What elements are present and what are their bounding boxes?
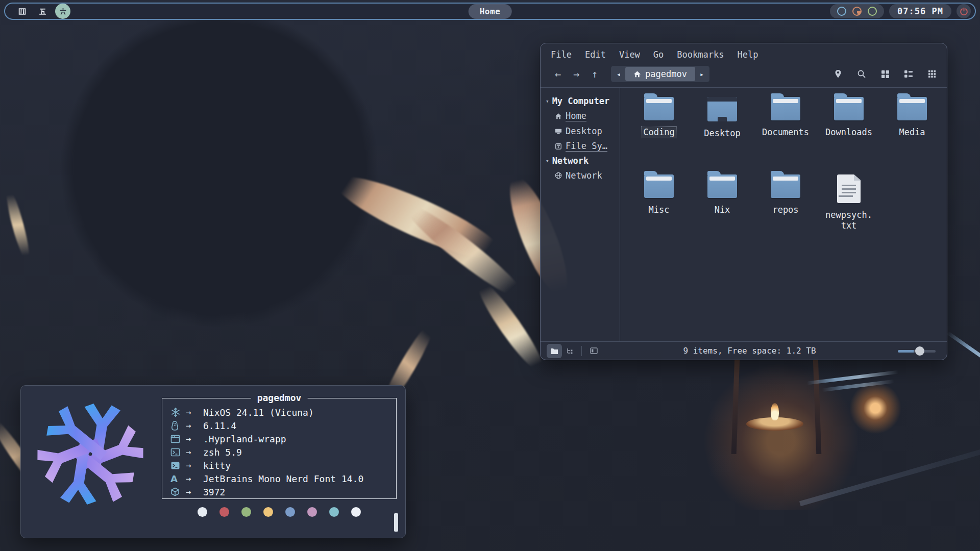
folder-icon (897, 97, 927, 120)
file-item-documents[interactable]: Documents (755, 97, 816, 174)
file-label: Documents (760, 127, 811, 138)
bar-right-cluster: 07:56 PM (830, 4, 971, 18)
forward-button[interactable]: → (567, 68, 585, 80)
breadcrumb: ◂ pagedmov ▸ (611, 66, 709, 82)
menu-view[interactable]: View (619, 49, 640, 60)
icon-view-button[interactable] (878, 67, 892, 81)
compact-view-icon (928, 70, 936, 78)
arrow-icon: → (186, 460, 203, 470)
breadcrumb-segment-home[interactable]: pagedmov (625, 67, 695, 81)
palette-dot-green (241, 507, 251, 517)
arrow-icon: → (186, 487, 203, 497)
location-button[interactable] (831, 67, 845, 81)
font-icon: A (170, 473, 178, 484)
globe-icon (555, 172, 562, 179)
sidebar-section-my-computer[interactable]: ▾ My Computer (545, 94, 616, 108)
file-item-repos[interactable]: repos (755, 174, 816, 252)
sidebar-item-desktop[interactable]: Desktop (545, 123, 616, 138)
menu-file[interactable]: File (551, 49, 572, 60)
workspace-4-button[interactable] (14, 4, 30, 19)
sidebar-item-home[interactable]: Home (545, 108, 616, 123)
palette-dot-yellow (263, 507, 273, 517)
workspace-6-button[interactable] (55, 4, 70, 19)
icon-pane-toggle-button[interactable] (547, 344, 562, 358)
breadcrumb-back-chevron[interactable]: ◂ (612, 70, 625, 78)
window-manager-icon (170, 435, 180, 443)
active-window-title: Home (469, 4, 512, 19)
folder-icon (771, 174, 800, 198)
palette-dot-bright-white (351, 507, 361, 517)
fetch-value-os: NixOS 24.11 (Vicuna) (203, 407, 314, 418)
package-icon (170, 487, 180, 496)
sidebar-item-network[interactable]: Network (545, 168, 616, 183)
fetch-row-wm: → .Hyprland-wrapp (170, 432, 396, 445)
toolbar: ← → ↑ ◂ pagedmov ▸ (541, 63, 947, 87)
compact-view-button[interactable] (925, 67, 939, 81)
fetch-value-kernel: 6.11.4 (203, 420, 236, 431)
status-bar: Home 07:56 PM (4, 3, 976, 20)
workspace-5-button[interactable] (35, 4, 50, 19)
file-item-desktop[interactable]: Desktop (692, 97, 752, 174)
tray-circle-orange-icon (852, 7, 862, 16)
zoom-slider[interactable] (898, 346, 936, 356)
kanji-four-icon (18, 7, 27, 16)
hair-strand (397, 195, 532, 308)
sidebar-item-filesystem[interactable]: File Sy… (545, 138, 616, 154)
list-view-button[interactable] (902, 67, 915, 81)
places-sidebar: ▾ My Computer Home Desktop File Sy… (541, 88, 620, 341)
fetch-value-font: JetBrains Mono Nerd Font 14.0 (203, 473, 363, 484)
fetch-value-shell: zsh 5.9 (203, 447, 242, 458)
items-summary: 9 items, Free space: 1.2 TB (601, 346, 898, 356)
terminal-window[interactable]: pagedmov → NixOS 24.11 (Vicuna) (20, 385, 406, 538)
system-tray[interactable] (830, 4, 884, 18)
file-item-newpsych-txt[interactable]: newpsych.txt (819, 174, 879, 252)
tray-circle-green-icon (868, 7, 877, 16)
collapse-triangle-icon: ▾ (546, 158, 549, 164)
file-item-downloads[interactable]: Downloads (819, 97, 879, 174)
menu-bookmarks[interactable]: Bookmarks (677, 49, 724, 60)
menu-go[interactable]: Go (653, 49, 664, 60)
menu-edit[interactable]: Edit (585, 49, 606, 60)
section-label: Network (552, 156, 589, 166)
fetch-info-box: pagedmov → NixOS 24.11 (Vicuna) (162, 398, 397, 499)
file-label: newpsych.txt (823, 209, 875, 232)
file-item-coding[interactable]: Coding (629, 97, 689, 174)
tree-pane-toggle-button[interactable] (562, 344, 577, 358)
breadcrumb-forward-chevron[interactable]: ▸ (695, 70, 708, 78)
hair-strand (3, 187, 33, 264)
arrow-icon: → (186, 473, 203, 484)
warm-light-orb (847, 380, 903, 436)
file-item-nix[interactable]: Nix (692, 174, 752, 252)
sidebar-section-network[interactable]: ▾ Network (545, 154, 616, 168)
palette-dot-white (198, 507, 207, 517)
power-icon (960, 7, 968, 16)
palette-dot-red (219, 507, 229, 517)
fetch-row-os: → NixOS 24.11 (Vicuna) (170, 406, 396, 419)
file-manager-window: File Edit View Go Bookmarks Help ← → ↑ ◂… (540, 43, 947, 360)
sidebar-item-label: Home (566, 111, 586, 121)
text-file-icon (837, 174, 861, 203)
menu-help[interactable]: Help (737, 49, 758, 60)
search-button[interactable] (855, 67, 868, 81)
file-item-media[interactable]: Media (882, 97, 942, 174)
tray-circle-blue-icon (837, 7, 846, 16)
nix-snowflake-icon (170, 407, 181, 417)
sidebar-item-label: File Sy… (566, 141, 607, 152)
location-pin-icon (834, 69, 842, 79)
folder-icon (771, 97, 800, 120)
nixos-logo (37, 401, 143, 507)
terminal-icon (170, 461, 180, 470)
fetch-value-terminal: kitty (203, 460, 231, 471)
tree-view-icon (566, 347, 574, 355)
up-button[interactable]: ↑ (585, 68, 604, 80)
file-item-misc[interactable]: Misc (629, 174, 689, 252)
power-button[interactable] (957, 4, 971, 18)
arrow-icon: → (186, 420, 203, 431)
file-label: Media (897, 127, 927, 138)
light-streak (946, 331, 980, 387)
zoom-slider-handle[interactable] (915, 346, 924, 356)
sidebar-item-label: Network (566, 170, 602, 181)
side-panel-toggle-button[interactable] (586, 344, 601, 358)
statusbar-separator (581, 346, 582, 356)
back-button[interactable]: ← (549, 68, 567, 80)
